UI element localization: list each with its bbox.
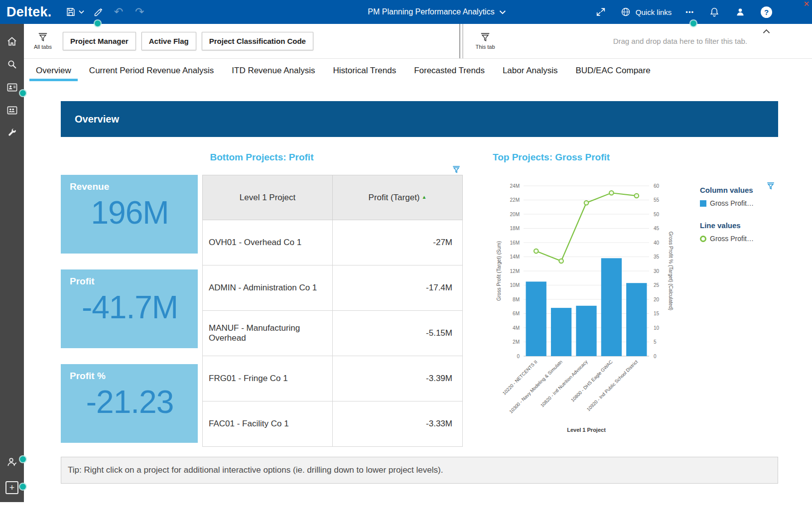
expand-icon bbox=[595, 6, 606, 17]
project-cell[interactable]: FRG01 - Fringe Co 1 bbox=[203, 356, 333, 401]
svg-text:0: 0 bbox=[654, 354, 657, 359]
svg-text:40: 40 bbox=[654, 240, 660, 246]
sidebar-item-home[interactable] bbox=[0, 30, 24, 53]
tab-historical-trends[interactable]: Historical Trends bbox=[333, 59, 397, 82]
kpi-card-profit-pct[interactable]: Profit % -21.23 bbox=[61, 364, 198, 443]
profit-cell[interactable]: -3.33M bbox=[333, 401, 463, 447]
legend-item-gross-profit-line[interactable]: Gross Profit… bbox=[700, 235, 775, 243]
combo-chart: 02M4M6M8M10M12M14M16M18M20M22M24M0510152… bbox=[493, 178, 691, 442]
svg-text:0: 0 bbox=[517, 354, 520, 359]
tab-current-period-revenue-analysis[interactable]: Current Period Revenue Analysis bbox=[89, 59, 214, 82]
svg-text:50: 50 bbox=[654, 212, 660, 217]
tip-text: Tip: Right click on a project for additi… bbox=[68, 465, 443, 475]
redo-button[interactable]: ↷ bbox=[129, 5, 150, 18]
wrench-icon bbox=[7, 128, 17, 138]
coach-mark-dot[interactable] bbox=[20, 456, 26, 462]
tab-overview[interactable]: Overview bbox=[36, 59, 71, 82]
profit-cell[interactable]: -27M bbox=[333, 220, 463, 265]
coach-mark-dot[interactable] bbox=[690, 20, 696, 26]
tab-labor-analysis[interactable]: Labor Analysis bbox=[503, 59, 558, 82]
filter-chip-project-classification-code[interactable]: Project Classification Code bbox=[202, 32, 313, 50]
svg-text:10M: 10M bbox=[510, 282, 520, 288]
svg-text:10820 - Intl Nutrition Advocac: 10820 - Intl Nutrition Advocacy bbox=[540, 359, 589, 408]
expand-button[interactable] bbox=[590, 0, 611, 24]
more-options-button[interactable]: ••• bbox=[680, 0, 699, 24]
chevron-down-icon bbox=[79, 10, 84, 14]
svg-text:8M: 8M bbox=[513, 297, 520, 302]
sidebar-item-search[interactable] bbox=[0, 53, 24, 76]
tab-itd-revenue-analysis[interactable]: ITD Revenue Analysis bbox=[232, 59, 315, 82]
drop-hint-text: Drag and drop data here to filter this t… bbox=[613, 37, 812, 45]
table-row[interactable]: ADMIN - Administration Co 1 -17.4M bbox=[203, 265, 463, 311]
svg-text:30: 30 bbox=[654, 268, 660, 274]
coach-mark-dot[interactable] bbox=[20, 90, 26, 96]
bell-icon bbox=[709, 6, 720, 17]
topbar-actions: Quick links ••• ? bbox=[590, 0, 812, 24]
svg-text:6M: 6M bbox=[513, 311, 520, 316]
profit-cell[interactable]: -5.15M bbox=[333, 311, 463, 356]
svg-text:4M: 4M bbox=[513, 325, 520, 331]
table-row[interactable]: FAC01 - Facility Co 1 -3.33M bbox=[203, 401, 463, 447]
close-icon[interactable]: ✕ bbox=[803, 0, 810, 8]
save-button[interactable] bbox=[61, 0, 89, 24]
table-filter-funnel-icon[interactable] bbox=[452, 165, 461, 174]
project-cell[interactable]: OVH01 - Overhead Co 1 bbox=[203, 220, 333, 265]
dashboard-switcher[interactable]: PM Planning Performance Analytics bbox=[368, 7, 506, 16]
project-cell[interactable]: MANUF - Manufacturing Overhead bbox=[203, 311, 333, 356]
legend-item-label: Gross Profit… bbox=[710, 235, 754, 243]
notifications-button[interactable] bbox=[704, 0, 725, 24]
legend-column-values-header: Column values bbox=[700, 186, 775, 194]
tab-forecasted-trends[interactable]: Forecasted Trends bbox=[414, 59, 485, 82]
table-row[interactable]: FRG01 - Fringe Co 1 -3.39M bbox=[203, 356, 463, 401]
tab-bud-eac-compare[interactable]: BUD/EAC Compare bbox=[575, 59, 650, 82]
sidebar-item-contacts[interactable] bbox=[0, 99, 24, 122]
this-tab-filter-section[interactable]: This tab Drag and drop data here to filt… bbox=[463, 24, 812, 58]
legend-item-gross-profit-bar[interactable]: Gross Profit… bbox=[700, 199, 775, 207]
coach-mark-dot[interactable] bbox=[20, 484, 26, 490]
kpi-card-profit[interactable]: Profit -41.7M bbox=[61, 269, 198, 348]
left-sidebar: + bbox=[0, 24, 24, 502]
all-tabs-filter[interactable]: All tabs bbox=[30, 32, 56, 50]
profit-cell[interactable]: -3.39M bbox=[333, 356, 463, 401]
table-row[interactable]: MANUF - Manufacturing Overhead -5.15M bbox=[203, 311, 463, 356]
svg-text:55: 55 bbox=[654, 197, 660, 203]
svg-text:15: 15 bbox=[654, 311, 660, 316]
chart-legend: Column values Gross Profit… Line values … bbox=[700, 178, 775, 444]
undo-button[interactable]: ↶ bbox=[108, 5, 129, 18]
quick-links-label: Quick links bbox=[636, 8, 672, 16]
this-tab-filter[interactable]: This tab bbox=[472, 32, 498, 50]
kpi-card-revenue[interactable]: Revenue 196M bbox=[61, 175, 198, 254]
add-button[interactable]: + bbox=[5, 481, 18, 494]
column-header-level1-project[interactable]: Level 1 Project bbox=[203, 175, 333, 220]
kpi-label: Profit bbox=[70, 276, 190, 287]
svg-text:10800 - DHS Eagle GWAC: 10800 - DHS Eagle GWAC bbox=[570, 359, 614, 403]
dashboard-content: Overview Bottom Projects: Profit Revenue… bbox=[24, 82, 812, 484]
page-banner: Overview bbox=[61, 101, 778, 137]
chart-filter-funnel-icon[interactable] bbox=[766, 182, 775, 190]
help-icon: ? bbox=[761, 6, 772, 18]
contacts-icon bbox=[6, 105, 18, 116]
profit-cell[interactable]: -17.4M bbox=[333, 265, 463, 311]
svg-text:25: 25 bbox=[654, 282, 660, 288]
table-row[interactable]: OVH01 - Overhead Co 1 -27M bbox=[203, 220, 463, 265]
quick-links-button[interactable]: Quick links bbox=[616, 6, 676, 17]
svg-text:60: 60 bbox=[654, 183, 660, 189]
sidebar-item-tools[interactable] bbox=[0, 122, 24, 144]
column-header-profit-target[interactable]: Profit (Target)▲ bbox=[333, 175, 463, 220]
top-projects-widget: Top Projects: Gross Profit 02M4M6M8M10M1… bbox=[493, 152, 778, 447]
svg-text:12M: 12M bbox=[510, 268, 520, 274]
profile-button[interactable] bbox=[730, 0, 751, 24]
svg-text:24M: 24M bbox=[510, 183, 520, 189]
help-button[interactable]: ? bbox=[756, 0, 777, 24]
coach-mark-dot[interactable] bbox=[95, 20, 101, 26]
project-cell[interactable]: FAC01 - Facility Co 1 bbox=[203, 401, 333, 447]
filter-bar: All tabs Project Manager Active Flag Pro… bbox=[24, 24, 812, 59]
project-cell[interactable]: ADMIN - Administration Co 1 bbox=[203, 265, 333, 311]
filter-chip-active-flag[interactable]: Active Flag bbox=[141, 32, 196, 50]
filter-chip-project-manager[interactable]: Project Manager bbox=[63, 32, 136, 50]
sidebar-item-approvals[interactable] bbox=[0, 450, 24, 473]
collapse-filter-button[interactable] bbox=[763, 28, 770, 35]
combo-chart-area[interactable]: 02M4M6M8M10M12M14M16M18M20M22M24M0510152… bbox=[493, 178, 692, 444]
svg-text:10920 - Ind Public School Dist: 10920 - Ind Public School District bbox=[585, 359, 639, 412]
filter-splitter-handle[interactable] bbox=[459, 24, 463, 58]
